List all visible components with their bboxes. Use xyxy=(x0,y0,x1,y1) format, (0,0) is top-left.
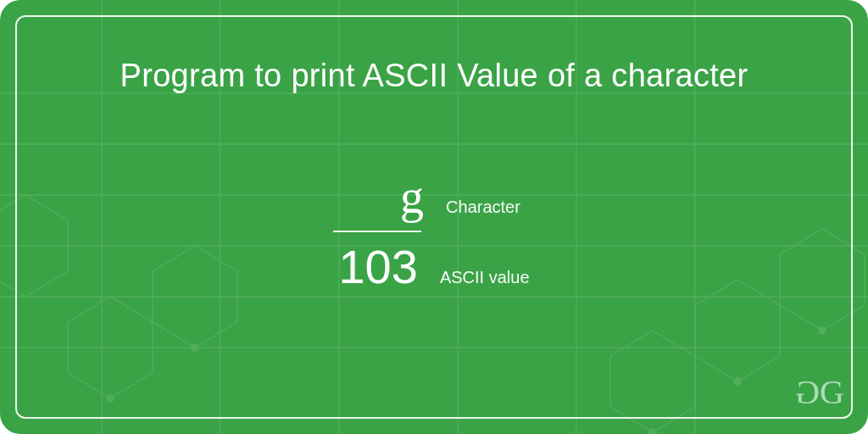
character-value: g xyxy=(348,172,424,222)
info-card: Program to print ASCII Value of a charac… xyxy=(0,0,868,434)
ascii-row: 103 ASCII value xyxy=(338,242,529,292)
svg-point-20 xyxy=(649,429,656,434)
ascii-value: 103 xyxy=(338,242,417,292)
ascii-example: g Character 103 ASCII value xyxy=(338,172,529,292)
brand-logo: GG xyxy=(800,372,839,412)
page-title: Program to print ASCII Value of a charac… xyxy=(120,58,748,94)
ascii-label: ASCII value xyxy=(440,268,530,287)
character-label: Character xyxy=(446,198,520,217)
character-row: g Character xyxy=(348,172,520,222)
divider-line xyxy=(333,231,421,232)
logo-glyph-right: G xyxy=(820,373,839,411)
logo-glyph-left: G xyxy=(800,372,820,412)
content-area: Program to print ASCII Value of a charac… xyxy=(17,17,851,417)
